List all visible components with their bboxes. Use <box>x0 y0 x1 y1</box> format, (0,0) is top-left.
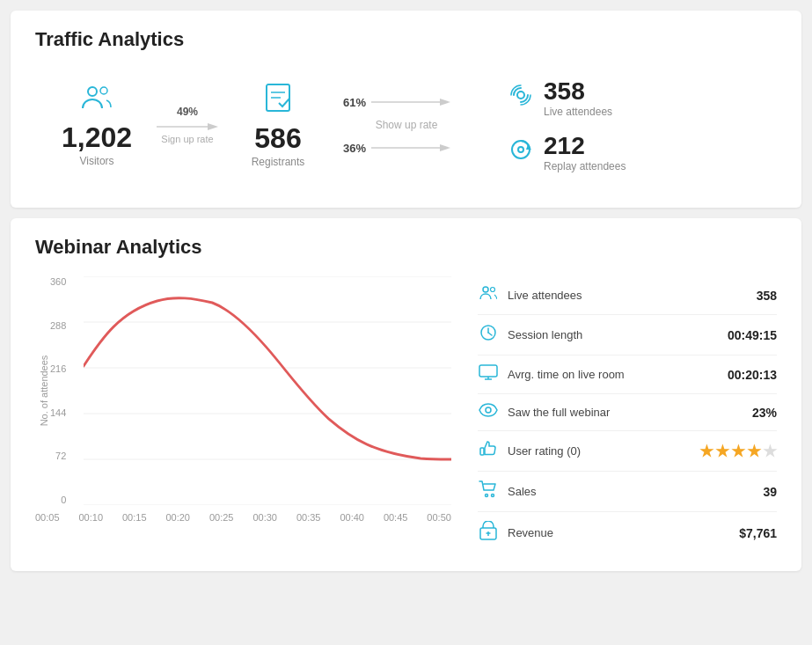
registrants-icon <box>263 83 293 119</box>
x-tick-0020: 00:20 <box>165 512 190 523</box>
star-4: ★ <box>747 442 761 461</box>
svg-point-32 <box>492 495 494 497</box>
y-tick-216: 216 <box>50 363 66 374</box>
svg-point-21 <box>483 287 488 292</box>
visitors-number: 1,202 <box>62 123 132 151</box>
svg-point-14 <box>518 147 523 152</box>
registrants-number: 586 <box>254 124 301 152</box>
traffic-title: Traffic Analytics <box>35 28 777 51</box>
signup-pct: 49% <box>177 106 198 118</box>
replay-number: 212 <box>544 132 625 160</box>
metrics-table: Live attendees 358 Session length 00:49:… <box>478 276 777 553</box>
y-tick-0: 0 <box>61 495 66 505</box>
signup-label: Sign up rate <box>161 134 213 144</box>
svg-marker-3 <box>208 123 218 130</box>
metric-session-name: Session length <box>508 328 719 341</box>
svg-point-29 <box>486 407 491 413</box>
metric-live-name: Live attendees <box>508 289 748 302</box>
eye-icon <box>478 403 499 421</box>
live-pct: 61% <box>336 96 366 109</box>
y-axis-label: No. of attendees <box>39 355 49 427</box>
metric-rating-stars: ★ ★ ★ ★ ★ <box>699 442 777 461</box>
registrants-label: Registrants <box>252 156 305 168</box>
traffic-flow: 1,202 Visitors 49% Sign up rate <box>35 69 777 190</box>
live-attendees-block: 358 Live attendees <box>508 77 625 118</box>
visitors-icon <box>81 84 113 118</box>
chart-area: No. of attendees 360 288 216 144 72 0 <box>35 276 451 523</box>
webinar-content: No. of attendees 360 288 216 144 72 0 <box>35 276 777 553</box>
metric-revenue-name: Revenue <box>508 526 730 539</box>
metric-session: Session length 00:49:15 <box>478 315 777 355</box>
chart-svg <box>84 276 451 505</box>
thumb-icon <box>478 440 499 462</box>
svg-marker-8 <box>440 99 450 106</box>
svg-point-22 <box>491 288 495 292</box>
svg-point-31 <box>486 495 488 497</box>
live-label: Live attendees <box>544 106 612 118</box>
webinar-analytics-card: Webinar Analytics No. of attendees 360 2… <box>11 218 801 571</box>
people-icon <box>478 285 499 305</box>
metric-sales-name: Sales <box>508 485 754 498</box>
live-number: 358 <box>544 77 612 106</box>
metric-avg-value: 00:20:13 <box>728 368 777 382</box>
metric-live-value: 358 <box>757 289 777 303</box>
metric-full-webinar: Saw the full webinar 23% <box>478 394 777 431</box>
visitors-label: Visitors <box>79 155 113 167</box>
metric-sales-value: 39 <box>763 485 777 499</box>
replay-attendees-block: 212 Replay attendees <box>508 132 625 172</box>
x-tick-0030: 00:30 <box>252 512 277 523</box>
svg-rect-30 <box>480 448 484 455</box>
webinar-title: Webinar Analytics <box>35 236 777 259</box>
x-tick-0045: 00:45 <box>384 512 408 523</box>
metric-full-value: 23% <box>752 406 777 420</box>
svg-point-11 <box>517 92 524 99</box>
metric-revenue-value: $7,761 <box>739 526 777 540</box>
svg-point-1 <box>100 87 107 94</box>
screen-icon <box>478 364 499 385</box>
metric-revenue: Revenue $7,761 <box>478 512 777 553</box>
x-tick-0010: 00:10 <box>78 512 103 523</box>
replay-icon <box>508 137 533 167</box>
replay-pct: 36% <box>336 142 366 155</box>
traffic-analytics-card: Traffic Analytics 1,202 Visitors 49% <box>11 11 801 208</box>
showup-label: Show up rate <box>336 119 477 131</box>
page: Traffic Analytics 1,202 Visitors 49% <box>0 0 812 645</box>
x-tick-0035: 00:35 <box>296 512 321 523</box>
y-tick-360: 360 <box>50 276 66 287</box>
y-tick-72: 72 <box>55 451 66 461</box>
metric-session-value: 00:49:15 <box>728 328 777 342</box>
y-tick-144: 144 <box>50 407 66 418</box>
x-tick-0050: 00:50 <box>427 512 451 523</box>
x-tick-0015: 00:15 <box>122 512 147 523</box>
visitors-block: 1,202 Visitors <box>53 84 141 167</box>
x-tick-0040: 00:40 <box>340 512 364 523</box>
x-tick-0005: 00:05 <box>35 512 60 523</box>
svg-line-25 <box>488 333 492 335</box>
metric-rating: User rating (0) ★ ★ ★ ★ ★ <box>478 431 777 472</box>
x-tick-0025: 00:25 <box>209 512 234 523</box>
clock-icon <box>478 324 499 346</box>
star-5: ★ <box>763 442 777 461</box>
metric-avg-time: Avrg. time on live room 00:20:13 <box>478 355 777 394</box>
replay-label: Replay attendees <box>544 160 625 172</box>
stars-container: ★ ★ ★ ★ ★ <box>699 442 777 461</box>
svg-marker-10 <box>440 144 450 151</box>
metric-live-attendees: Live attendees 358 <box>478 276 777 315</box>
signup-arrow-block: 49% Sign up rate <box>157 106 218 144</box>
svg-rect-26 <box>479 365 497 377</box>
star-3: ★ <box>731 442 745 461</box>
metric-rating-name: User rating (0) <box>508 444 691 458</box>
svg-point-0 <box>88 87 97 96</box>
bag-icon <box>478 521 499 545</box>
y-tick-288: 288 <box>50 320 66 331</box>
live-icon <box>508 83 533 113</box>
star-2: ★ <box>715 442 729 461</box>
star-1: ★ <box>699 442 713 461</box>
registrants-block: 586 Registrants <box>234 83 322 168</box>
metric-avg-name: Avrg. time on live room <box>508 368 719 381</box>
metric-sales: Sales 39 <box>478 472 777 512</box>
right-stats: 358 Live attendees <box>508 77 625 172</box>
metric-full-name: Saw the full webinar <box>508 406 743 419</box>
cart-icon <box>478 480 499 502</box>
